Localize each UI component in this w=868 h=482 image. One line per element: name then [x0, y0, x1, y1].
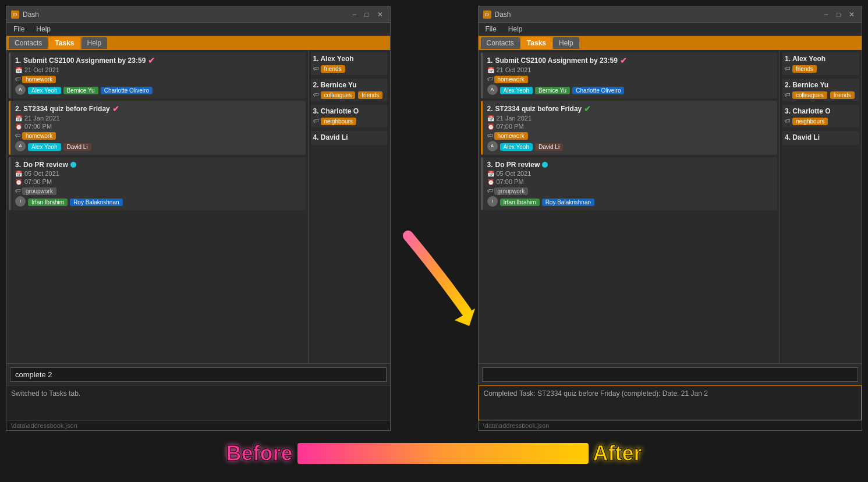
after-avatar-alex-2: A — [487, 141, 498, 151]
after-task-3-date: 05 Oct 2021 — [497, 170, 532, 177]
minimize-btn[interactable]: – — [350, 10, 359, 19]
person-bernice-1: Bernice Yu — [63, 87, 98, 94]
after-output-text: Completed Task: ST2334 quiz before Frida… — [484, 389, 708, 398]
after-contacts-panel: 1. Alex Yeoh 🏷 friends 2. Bernice Yu 🏷 c… — [780, 50, 862, 363]
after-task-2-title: ST2334 quiz before Friday — [495, 105, 582, 113]
contact-3[interactable]: 3. Charlotte O 🏷 neighbours — [311, 105, 388, 127]
after-tab-contacts[interactable]: Contacts — [481, 37, 520, 49]
after-task-2-date: 21 Jan 2021 — [497, 115, 532, 122]
after-contact-1-tag: friends — [792, 65, 817, 73]
before-menu-bar: File Help — [6, 23, 390, 36]
after-help-menu[interactable]: Help — [506, 24, 525, 34]
contact-2-tag-col: colleagues — [321, 91, 356, 99]
file-menu[interactable]: File — [11, 24, 27, 34]
task-1-title: Submit CS2100 Assignment by 23:59 — [23, 56, 146, 65]
contact-4[interactable]: 4. David Li — [311, 131, 388, 145]
task-1[interactable]: 1. Submit CS2100 Assignment by 23:59 ✔ 📅… — [9, 52, 306, 98]
after-maximize-btn[interactable]: □ — [834, 10, 843, 19]
task-1-num: 1. — [15, 56, 21, 65]
after-task-3-title: Do PR review — [495, 161, 540, 169]
before-contacts-panel: 1. Alex Yeoh 🏷 friends 2. Bernice Yu 🏷 c… — [309, 50, 390, 363]
after-window-title: Dash — [495, 10, 511, 19]
after-person-charlotte-1: Charlotte Oliveiro — [572, 87, 624, 94]
close-btn[interactable]: ✕ — [375, 10, 385, 19]
after-contact-4-name: 4. David Li — [785, 133, 857, 141]
task-3-time: 07:00 PM — [24, 178, 52, 185]
avatar-irfan: I — [15, 196, 26, 207]
after-contact-4[interactable]: 4. David Li — [782, 131, 859, 145]
after-cmd-input[interactable] — [482, 367, 859, 382]
after-output: Completed Task: ST2334 quiz before Frida… — [479, 385, 862, 420]
after-cal-icon-3: 📅 — [487, 171, 494, 177]
task-2[interactable]: 2. ST2334 quiz before Friday ✔ 📅 21 Jan … — [9, 101, 306, 155]
after-app-icon: D — [483, 10, 491, 19]
after-tag-icon-3: 🏷 — [487, 187, 493, 194]
before-label: Before — [226, 441, 292, 466]
after-task-3[interactable]: 3. Do PR review 📅 05 Oct 2021 ⏰ 07:00 PM — [481, 157, 778, 210]
person-roy-3: Roy Balakrishnan — [70, 199, 122, 206]
after-contact-tag-icon-2: 🏷 — [785, 91, 791, 98]
after-status-bar: \data\addressbook.json — [479, 420, 862, 430]
contact-tag-icon-1: 🏷 — [313, 65, 319, 72]
after-contact-3[interactable]: 3. Charlotte O 🏷 neighbours — [782, 105, 859, 127]
after-cal-icon-2: 📅 — [487, 115, 494, 122]
after-task-3-tag-gw: groupwork — [494, 187, 529, 195]
after-contact-2-tag-fri: friends — [830, 91, 855, 99]
after-task-1[interactable]: 1. Submit CS2100 Assignment by 23:59 ✔ 📅… — [481, 52, 778, 98]
after-task-3-time: 07:00 PM — [497, 178, 524, 185]
contact-1[interactable]: 1. Alex Yeoh 🏷 friends — [311, 52, 388, 75]
after-title-bar: D Dash – □ ✕ — [479, 6, 862, 23]
task-2-title: ST2334 quiz before Friday — [23, 105, 110, 113]
after-contact-2[interactable]: 2. Bernice Yu 🏷 colleagues friends — [782, 79, 859, 101]
task-3-num: 3. — [15, 161, 21, 169]
avatar-alex: A — [15, 84, 26, 95]
before-tasks-panel: 1. Submit CS2100 Assignment by 23:59 ✔ 📅… — [6, 50, 309, 363]
task-3-date: 05 Oct 2021 — [24, 170, 59, 177]
after-clock-icon-2: ⏰ — [487, 123, 494, 130]
maximize-btn[interactable]: □ — [362, 10, 371, 19]
person-alex-2: Alex Yeoh — [28, 143, 61, 151]
before-status-bar: \data\addressbook.json — [6, 420, 390, 430]
task-2-tag-hw: homework — [22, 132, 56, 140]
after-tab-help[interactable]: Help — [553, 37, 579, 49]
task-3[interactable]: 3. Do PR review 📅 05 Oct 2021 ⏰ 07:00 PM — [9, 157, 306, 210]
help-menu[interactable]: Help — [34, 24, 53, 34]
after-task-3-num: 3. — [487, 161, 493, 169]
after-file-menu[interactable]: File — [483, 24, 499, 34]
calendar-icon-2: 📅 — [15, 115, 22, 122]
after-minimize-btn[interactable]: – — [822, 10, 831, 19]
contact-2[interactable]: 2. Bernice Yu 🏷 colleagues friends — [311, 79, 388, 101]
after-tab-tasks[interactable]: Tasks — [521, 37, 552, 49]
contact-tag-icon-2: 🏷 — [313, 91, 319, 98]
after-tag-icon-2: 🏷 — [487, 132, 493, 139]
after-avatar-alex: A — [487, 84, 498, 95]
after-contact-tag-icon-1: 🏷 — [785, 65, 791, 72]
task-3-check — [70, 162, 76, 168]
tab-tasks[interactable]: Tasks — [49, 37, 80, 49]
task-3-tag-gw: groupwork — [22, 187, 56, 195]
after-avatar-irfan: I — [487, 196, 498, 207]
after-task-2-check: ✔ — [584, 104, 591, 114]
contact-2-tag-fri: friends — [358, 91, 382, 99]
task-2-check: ✔ — [112, 104, 119, 114]
task-2-time: 07:00 PM — [24, 123, 52, 130]
main-container: D Dash – □ ✕ File Help Contacts Tasks He… — [0, 0, 868, 482]
tab-contacts[interactable]: Contacts — [9, 37, 48, 49]
calendar-icon: 📅 — [15, 67, 22, 73]
after-label: After — [593, 441, 642, 466]
after-task-2[interactable]: 2. ST2334 quiz before Friday ✔ 📅 21 Jan … — [481, 101, 778, 155]
after-person-alex-2: Alex Yeoh — [500, 143, 533, 151]
after-task-1-tag-hw: homework — [494, 76, 528, 83]
after-close-btn[interactable]: ✕ — [846, 10, 857, 19]
person-irfan-3: Irfan Ibrahim — [28, 199, 68, 206]
after-contact-2-tag-col: colleagues — [792, 91, 827, 99]
before-cmd-input[interactable] — [10, 367, 387, 382]
tab-help[interactable]: Help — [82, 37, 108, 49]
task-3-title: Do PR review — [23, 161, 68, 169]
after-person-alex-1: Alex Yeoh — [500, 87, 533, 94]
before-output: Switched to Tasks tab. — [6, 385, 390, 420]
after-contact-1[interactable]: 1. Alex Yeoh 🏷 friends — [782, 52, 859, 75]
tag-icon-1: 🏷 — [15, 76, 21, 82]
avatar-alex-2: A — [15, 141, 26, 151]
after-clock-icon-3: ⏰ — [487, 179, 494, 185]
